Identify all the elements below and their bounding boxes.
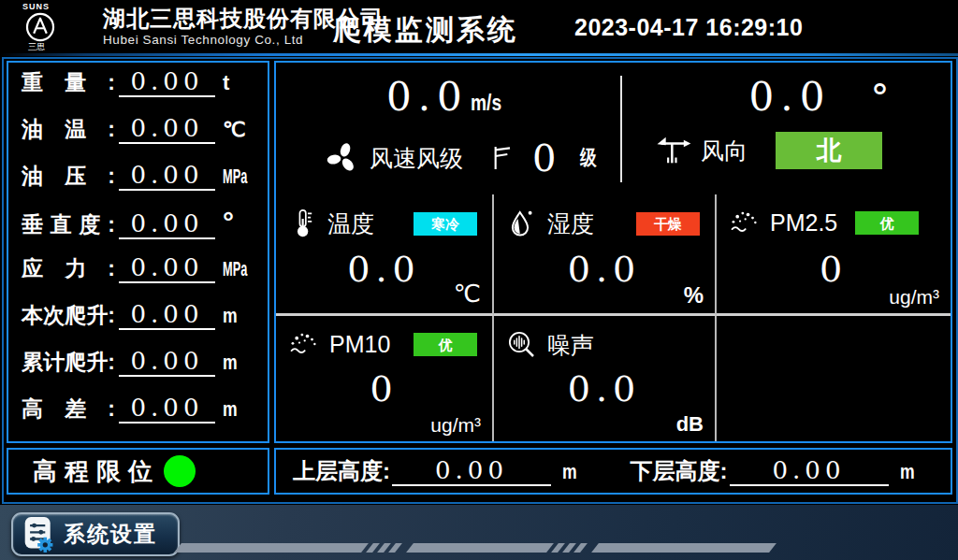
metric-value: 0.00 <box>119 114 215 144</box>
metric-row-weight: 重量: 0.00 t <box>22 67 256 114</box>
noise-icon <box>505 328 539 362</box>
sensor-head: PM10 优 <box>276 316 492 360</box>
metric-value: 0.00 <box>119 347 215 377</box>
metric-label: 累计爬升: <box>22 348 115 377</box>
metric-value: 0.00 <box>119 161 215 191</box>
elevation-limit-box: 高程限位 <box>7 448 269 495</box>
thermometer-icon <box>287 207 319 240</box>
sensor-value: 0 <box>717 249 951 290</box>
sensor-head: PM2.5 优 <box>717 194 951 238</box>
company-logo: SUNS 三思 <box>22 2 97 51</box>
wind-speed-section: 0.0m/s 风速风级 <box>276 63 619 194</box>
status-badge: 干燥 <box>636 212 700 236</box>
settings-icon <box>22 515 56 554</box>
wind-direction-badge: 北 <box>776 132 882 169</box>
dust-icon <box>287 328 321 360</box>
deco-bar <box>174 543 369 553</box>
sensor-card-empty <box>717 316 951 441</box>
sensor-card-noise: 噪声 0.0 dB <box>494 316 717 441</box>
upper-height-group: 上层高度: 0.00 m <box>276 456 614 486</box>
metric-row-stress: 应力: 0.00 MPa <box>22 253 256 300</box>
sensor-unit: ℃ <box>454 280 481 309</box>
heights-box: 上层高度: 0.00 m 下层高度: 0.00 m <box>274 448 952 495</box>
wind-level-icon <box>487 142 517 174</box>
wind-direction-value: 0.0 <box>749 74 832 120</box>
settings-button[interactable]: 系统设置 <box>11 512 180 556</box>
sensor-name: PM10 <box>329 331 390 358</box>
sensor-card-pm10: PM10 优 0 ug/m³ <box>276 316 494 441</box>
metric-label: 油温: <box>22 115 115 144</box>
metric-value: 0.00 <box>119 209 215 239</box>
sensor-grid: 温度 寒冷 0.0 ℃ 湿度 干燥 <box>276 194 951 441</box>
metric-value: 0.00 <box>119 67 215 97</box>
metric-label: 重量: <box>22 68 115 97</box>
fan-icon <box>325 140 360 176</box>
main-panel: 0.0m/s 风速风级 <box>274 61 952 443</box>
bottom-bar: 系统设置 <box>0 505 958 560</box>
lower-height-group: 下层高度: 0.00 m <box>614 456 951 486</box>
upper-height-unit: m <box>562 460 577 484</box>
metric-row-total-climb: 累计爬升: 0.00 m <box>22 347 256 394</box>
lower-height-value: 0.00 <box>730 456 889 486</box>
sensor-name: 湿度 <box>547 208 594 239</box>
metric-label: 油压: <box>22 162 115 191</box>
metric-row-oil-temp: 油温: 0.00 ℃ <box>22 114 256 161</box>
metric-value: 0.00 <box>119 300 215 330</box>
logo-circle-icon <box>24 11 56 43</box>
wind-direction-reading: 0.0° <box>622 76 951 119</box>
metric-unit: ℃ <box>223 118 256 142</box>
upper-height-value: 0.00 <box>392 456 551 486</box>
datetime-display: 2023-04-17 16:29:10 <box>574 14 803 41</box>
elevation-limit-label: 高程限位 <box>33 455 160 488</box>
sensor-card-temperature: 温度 寒冷 0.0 ℃ <box>276 194 494 316</box>
wind-direction-unit: ° <box>870 76 889 119</box>
sensor-unit: ug/m³ <box>889 286 939 309</box>
sensor-value: 0.0 <box>494 368 715 409</box>
sensor-value: 0.0 <box>494 249 715 290</box>
sidebar-metrics: 重量: 0.00 t 油温: 0.00 ℃ 油压: 0.00 MPa 垂直度: … <box>7 61 269 443</box>
metric-unit: ° <box>223 207 256 238</box>
metric-label: 本次爬升: <box>22 301 115 330</box>
page-title: 爬模监测系统 <box>333 11 518 50</box>
metric-unit: MPa <box>223 257 242 281</box>
metric-label: 应力: <box>22 254 115 283</box>
metric-unit: MPa <box>223 165 242 189</box>
status-badge: 优 <box>414 333 477 356</box>
wind-direction-label-row: 风向 北 <box>654 132 951 169</box>
deco-stripe <box>178 543 773 553</box>
sensor-card-humidity: 湿度 干燥 0.0 % <box>494 194 717 316</box>
sensor-head: 温度 寒冷 <box>276 194 492 240</box>
screen: SUNS 三思 湖北三思科技股份有限公司 Hubei Sansi Technol… <box>0 0 958 560</box>
droplet-icon <box>505 207 539 240</box>
deco-slash <box>388 543 402 553</box>
deco-bar <box>406 543 554 553</box>
wind-direction-label: 风向 <box>701 136 748 166</box>
metric-unit: t <box>223 71 256 95</box>
lower-height-label: 下层高度: <box>631 456 728 486</box>
metric-row-current-climb: 本次爬升: 0.00 m <box>22 300 256 347</box>
wind-speed-label: 风速风级 <box>370 143 463 174</box>
wind-speed-reading: 0.0m/s <box>276 76 619 124</box>
logo-suns-text: SUNS <box>22 2 97 11</box>
metric-row-oil-pressure: 油压: 0.00 MPa <box>22 161 256 208</box>
content-frame: 重量: 0.00 t 油温: 0.00 ℃ 油压: 0.00 MPa 垂直度: … <box>2 57 958 504</box>
sensor-name: 温度 <box>327 208 374 239</box>
sensor-head: 湿度 干燥 <box>494 194 715 240</box>
settings-label: 系统设置 <box>64 520 157 549</box>
sensor-card-pm25: PM2.5 优 0 ug/m³ <box>717 194 951 316</box>
wind-direction-section: 0.0° 风向 北 <box>622 63 951 194</box>
metric-value: 0.00 <box>119 253 215 283</box>
wind-speed-unit: m/s <box>471 81 501 124</box>
wind-row: 0.0m/s 风速风级 <box>276 63 951 194</box>
sensor-unit: dB <box>676 412 704 437</box>
wind-level-unit: 级 <box>580 144 597 172</box>
metric-row-height-diff: 高差: 0.00 m <box>22 394 256 440</box>
metric-row-verticality: 垂直度: 0.00 ° <box>22 207 256 253</box>
metric-unit: m <box>223 397 250 422</box>
deco-slash <box>573 543 588 553</box>
metric-unit: m <box>223 351 250 375</box>
sensor-name: PM2.5 <box>770 209 837 237</box>
status-badge: 寒冷 <box>414 212 477 236</box>
sensor-name: 噪声 <box>547 330 594 361</box>
metric-value: 0.00 <box>119 394 215 424</box>
